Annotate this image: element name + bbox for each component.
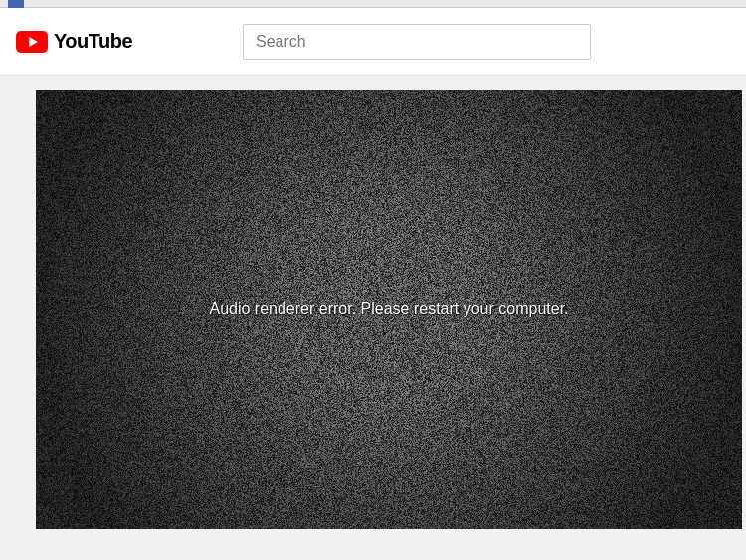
error-message: Audio renderer error. Please restart you…	[209, 300, 568, 318]
youtube-logo-text: YouTube	[54, 30, 132, 53]
search-input[interactable]	[256, 33, 578, 51]
browser-top-bar	[0, 0, 746, 8]
youtube-icon	[16, 31, 48, 53]
youtube-logo[interactable]: YouTube	[16, 30, 132, 53]
video-player: Audio renderer error. Please restart you…	[36, 90, 742, 529]
search-bar[interactable]	[243, 24, 591, 60]
youtube-header: YouTube	[0, 8, 746, 76]
